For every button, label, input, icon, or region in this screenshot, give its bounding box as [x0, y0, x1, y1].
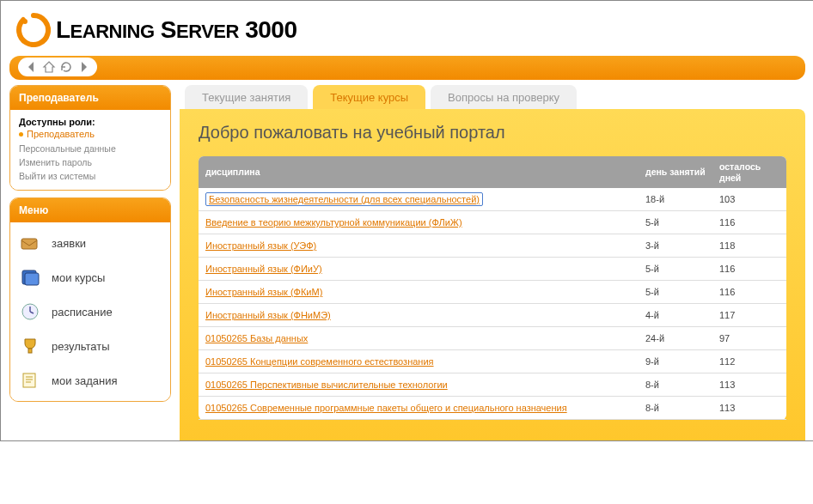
top-navbar — [9, 56, 805, 80]
cell-left: 118 — [712, 234, 786, 258]
course-link[interactable]: Безопасность жизнедеятельности (для всех… — [205, 192, 483, 206]
menu-item-3[interactable]: результаты — [10, 329, 170, 363]
menu-item-label: мои задания — [52, 374, 118, 387]
tab-0[interactable]: Текущие занятия — [185, 85, 308, 109]
trophy-icon — [19, 336, 43, 356]
roles-label: Доступны роли: — [19, 117, 162, 127]
svg-rect-1 — [21, 239, 37, 249]
cell-day: 9-й — [639, 350, 712, 373]
clock-icon — [19, 301, 43, 322]
col-left: осталось дней — [712, 156, 786, 188]
col-day: день занятий — [639, 156, 712, 188]
svg-rect-5 — [28, 349, 32, 353]
svg-point-0 — [22, 19, 28, 24]
role-panel: Преподаватель Доступны роли: Преподавате… — [9, 85, 171, 191]
cell-left: 103 — [712, 188, 786, 211]
cell-left: 113 — [712, 373, 786, 397]
table-row: Иностранный язык (УЭФ)3-й118 — [199, 234, 786, 258]
col-discipline: дисциплина — [199, 156, 639, 188]
app-logo: LEARNING SERVER 3000 — [1, 1, 813, 56]
menu-item-4[interactable]: мои задания — [10, 363, 170, 398]
cell-left: 117 — [712, 304, 786, 327]
nav-forward-icon[interactable] — [76, 60, 90, 76]
tab-2[interactable]: Вопросы на проверку — [431, 85, 577, 109]
course-link[interactable]: 01050265 Перспективные вычислительные те… — [205, 380, 448, 390]
books-icon — [19, 267, 43, 288]
table-row: 01050265 Базы данных24-й97 — [199, 327, 786, 350]
cell-left: 113 — [712, 397, 786, 420]
courses-table: дисциплина день занятий осталось дней Бе… — [199, 156, 786, 420]
table-row: 01050265 Современные программные пакеты … — [199, 397, 786, 420]
menu-panel: Меню заявкимои курсырасписаниерезультаты… — [9, 197, 171, 402]
course-link[interactable]: Иностранный язык (ФКиМ) — [205, 287, 322, 297]
course-link[interactable]: Введение в теорию межкультурной коммуник… — [205, 217, 462, 228]
table-row: Иностранный язык (ФИиУ)5-й116 — [199, 258, 786, 281]
table-row: Введение в теорию межкультурной коммуник… — [199, 211, 786, 234]
cell-day: 24-й — [639, 327, 712, 350]
cell-day: 5-й — [639, 281, 712, 304]
cell-left: 97 — [712, 327, 786, 350]
course-link[interactable]: 01050265 Концепции современного естество… — [205, 356, 434, 367]
table-row: Безопасность жизнедеятельности (для всех… — [199, 188, 786, 211]
cell-left: 112 — [712, 350, 786, 373]
bullet-icon — [19, 132, 23, 137]
cell-day: 4-й — [639, 304, 712, 327]
logo-swirl-icon — [16, 13, 51, 47]
table-row: 01050265 Перспективные вычислительные те… — [199, 373, 786, 397]
course-link[interactable]: Иностранный язык (ФНиМЭ) — [205, 310, 331, 320]
table-row: 01050265 Концепции современного естество… — [199, 350, 786, 373]
course-link[interactable]: 01050265 Базы данных — [205, 333, 308, 343]
welcome-heading: Добро пожаловать на учебный портал — [199, 123, 786, 143]
menu-item-label: расписание — [52, 306, 113, 319]
table-row: Иностранный язык (ФКиМ)5-й116 — [199, 281, 786, 304]
logo-text: LEARNING SERVER 3000 — [56, 16, 297, 44]
content-panel: Добро пожаловать на учебный портал дисци… — [180, 109, 805, 440]
cell-day: 5-й — [639, 211, 712, 234]
cell-day: 5-й — [639, 258, 712, 281]
nav-home-icon[interactable] — [42, 60, 56, 76]
table-row: Иностранный язык (ФНиМЭ)4-й117 — [199, 304, 786, 327]
mailbox-icon — [19, 233, 43, 253]
cell-left: 116 — [712, 258, 786, 281]
role-panel-title: Преподаватель — [10, 86, 170, 110]
nav-refresh-icon[interactable] — [59, 60, 73, 76]
cell-left: 116 — [712, 211, 786, 234]
cell-day: 8-й — [639, 397, 712, 420]
course-link[interactable]: Иностранный язык (ФИиУ) — [205, 264, 322, 274]
svg-rect-6 — [23, 373, 35, 387]
cell-day: 18-й — [639, 188, 712, 211]
menu-panel-title: Меню — [10, 198, 170, 222]
nav-icon-group — [18, 58, 97, 76]
link-personal-data[interactable]: Персональные данные — [19, 143, 162, 156]
cell-left: 116 — [712, 281, 786, 304]
cell-day: 3-й — [639, 234, 712, 258]
link-logout[interactable]: Выйти из системы — [19, 170, 162, 184]
tab-1[interactable]: Текущие курсы — [313, 85, 425, 109]
menu-item-2[interactable]: расписание — [10, 295, 170, 329]
menu-item-label: результаты — [52, 340, 110, 353]
menu-item-0[interactable]: заявки — [10, 226, 170, 260]
link-change-password[interactable]: Изменить пароль — [19, 156, 162, 170]
role-link-teacher[interactable]: Преподаватель — [19, 129, 162, 139]
menu-item-1[interactable]: мои курсы — [10, 260, 170, 295]
notes-icon — [19, 370, 43, 391]
tabs: Текущие занятияТекущие курсыВопросы на п… — [180, 85, 805, 109]
nav-back-icon[interactable] — [25, 60, 39, 76]
course-link[interactable]: 01050265 Современные программные пакеты … — [205, 403, 567, 413]
menu-item-label: заявки — [52, 237, 86, 250]
course-link[interactable]: Иностранный язык (УЭФ) — [205, 240, 316, 251]
cell-day: 8-й — [639, 373, 712, 397]
menu-item-label: мои курсы — [52, 271, 105, 284]
svg-rect-3 — [25, 273, 39, 285]
